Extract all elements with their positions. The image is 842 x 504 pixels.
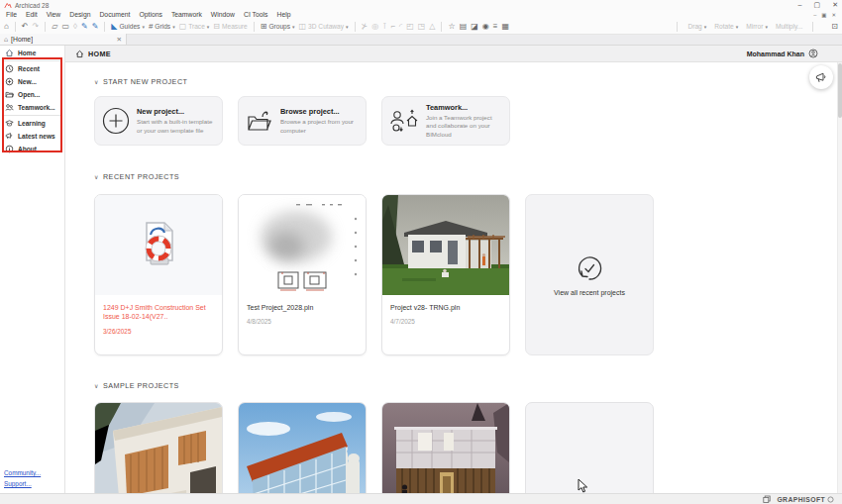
tab-home[interactable]: ⌂ [Home] ✕ — [0, 34, 127, 45]
rotate-dropdown[interactable]: Rotate▾ — [714, 23, 738, 30]
chevron-down-icon: ▾ — [142, 24, 145, 30]
community-link[interactable]: Community... — [4, 469, 41, 476]
sample-project-card[interactable] — [238, 402, 367, 493]
marquee2-button[interactable]: ▭ — [61, 23, 69, 31]
home-button[interactable]: ⌂ — [4, 23, 9, 31]
support-link[interactable]: Support... — [4, 480, 41, 487]
menu-help[interactable]: Help — [276, 11, 290, 18]
teamwork-card[interactable]: Teamwork... Join a Teamwork project and … — [381, 96, 510, 146]
guides-icon: ◣ — [111, 23, 117, 31]
status-bar: GRAPHISOFT — [0, 493, 842, 504]
tab-close-icon[interactable]: ✕ — [117, 36, 122, 44]
guides-dropdown[interactable]: ◣Guides▾ — [111, 23, 145, 31]
chevron-down-icon: ▾ — [704, 24, 707, 30]
pick-up-parameters-button[interactable]: ✎ — [81, 23, 88, 31]
undo-button[interactable]: ↶ — [22, 23, 29, 31]
stretch-icon: ◰ — [406, 23, 414, 31]
folder-open-icon — [5, 90, 14, 99]
elevate-button[interactable]: △ — [429, 23, 435, 31]
sidebar-item-recent[interactable]: Recent — [0, 62, 64, 75]
announcements-button[interactable] — [809, 65, 833, 89]
menu-window[interactable]: Window — [211, 11, 235, 18]
browse-project-card[interactable]: Browse project... Browse a project from … — [238, 96, 367, 146]
stretch-button[interactable]: ◰ — [406, 23, 414, 31]
cutaway-dropdown[interactable]: ◫3D Cutaway▾ — [299, 23, 349, 31]
office-building-thumbnail — [239, 403, 366, 493]
minimize-button[interactable]: – — [798, 2, 802, 8]
grids-dropdown[interactable]: #Grids▾ — [149, 23, 175, 31]
mdi-close-button[interactable]: ✕ — [831, 12, 836, 18]
favorites-button[interactable]: ☆ — [448, 23, 455, 31]
megaphone-icon — [815, 72, 827, 83]
sidebar-item-teamwork[interactable]: Teamwork... — [0, 101, 64, 114]
teamwork-bimcloud-icon — [389, 107, 419, 135]
panel-toggle-button[interactable]: ⊡ — [831, 23, 838, 31]
multiply-button[interactable]: Multiply... — [776, 23, 802, 30]
sample-project-card[interactable] — [525, 402, 654, 493]
menu-ci-tools[interactable]: CI Tools — [244, 11, 267, 18]
box-stretch-button[interactable]: ◳ — [418, 23, 426, 31]
camera-button[interactable]: ◉ — [482, 23, 489, 31]
new-project-card[interactable]: New project... Start with a built-in tem… — [94, 96, 223, 146]
corner-button[interactable]: ⌐ — [390, 23, 395, 31]
section-sample-projects[interactable]: ∨ SAMPLE PROJECTS — [94, 381, 842, 390]
folder-arrow-icon — [246, 108, 273, 134]
mdi-minimize-button[interactable]: – — [813, 12, 816, 18]
menu-edit[interactable]: Edit — [26, 11, 38, 18]
recent-project-card[interactable]: Project v28- TRNG.pln 4/7/2025 — [381, 194, 510, 355]
menu-view[interactable]: View — [47, 11, 61, 18]
redo-button[interactable]: ↷ — [33, 23, 40, 31]
recent-project-card[interactable]: Test Project_2028.pln 4/8/2025 — [238, 194, 367, 355]
menu-teamwork[interactable]: Teamwork — [171, 11, 202, 18]
sidebar-item-open[interactable]: Open... — [0, 88, 64, 101]
trace-icon: ▢ — [179, 23, 187, 31]
eraser-button[interactable]: ◊ — [73, 23, 77, 31]
library-button[interactable]: ▤ — [460, 23, 468, 31]
trace-dropdown[interactable]: ▢Trace▾ — [179, 23, 210, 31]
plus-circle-icon — [5, 77, 14, 86]
section-recent-projects[interactable]: ∨ RECENT PROJECTS — [94, 172, 842, 181]
eraser-icon: ◊ — [73, 23, 77, 31]
menu-document[interactable]: Document — [99, 11, 130, 18]
sidebar-item-about[interactable]: About — [0, 143, 64, 155]
marquee-button[interactable]: ▱ — [52, 23, 57, 31]
restore-window-icon[interactable] — [763, 495, 771, 503]
inject-parameters-button[interactable]: ✎ — [92, 23, 99, 31]
sidebar-item-home[interactable]: Home — [0, 47, 64, 59]
image-button[interactable]: ◪ — [471, 23, 478, 31]
groups-dropdown[interactable]: ⊞Groups▾ — [261, 23, 295, 31]
sidebar-item-new[interactable]: New... — [0, 75, 64, 88]
mirror-dropdown[interactable]: Mirror▾ — [746, 23, 768, 30]
zoom-tool-button[interactable]: ◎ — [371, 23, 378, 31]
menu-file[interactable]: File — [6, 11, 17, 18]
mdi-restore-button[interactable]: ▣ — [821, 12, 826, 18]
split-button[interactable]: ⊁ — [362, 23, 368, 31]
user-account[interactable]: Mohammad Khan — [747, 49, 818, 58]
layers-button[interactable]: ≡ — [493, 23, 498, 31]
toolbar: ⌂ ↶ ↷ ▱ ▭ ◊ ✎ ✎ ◣Guides▾ #Grids▾ ▢Trace▾… — [0, 19, 842, 35]
dusk-house-thumbnail — [382, 403, 509, 493]
drag-dropdown[interactable]: Drag▾ — [687, 23, 706, 30]
menu-design[interactable]: Design — [69, 11, 90, 18]
fillet-button[interactable]: ◜ — [399, 23, 402, 31]
section-start-new-project[interactable]: ∨ START NEW PROJECT — [94, 77, 842, 86]
menu-options[interactable]: Options — [139, 11, 161, 18]
zoom-icon: ◎ — [371, 23, 378, 31]
home-screen: HOME Mohammad Khan ∨ START NEW PROJECT N — [65, 46, 842, 493]
graphisoft-brand[interactable]: GRAPHISOFT — [777, 496, 834, 503]
vertical-scrollbar[interactable] — [837, 62, 842, 493]
sample-project-card[interactable] — [381, 402, 510, 493]
adjust-button[interactable]: ⊺ — [382, 23, 386, 31]
sample-project-card[interactable] — [94, 402, 223, 493]
close-button[interactable]: ✕ — [832, 2, 838, 8]
backup-file-thumbnail — [95, 195, 222, 295]
schedule-button[interactable]: ▦ — [501, 23, 509, 31]
measure-button[interactable]: ⊟Measure — [213, 23, 247, 31]
scrollbar-thumb[interactable] — [838, 63, 842, 118]
sidebar-item-learning[interactable]: Learning — [0, 117, 64, 130]
recent-project-card[interactable]: 1249 D+J Smith Construction Set Issue 18… — [94, 194, 223, 355]
view-all-recent-projects-card[interactable]: View all recent projects — [525, 194, 654, 355]
maximize-button[interactable]: ▢ — [814, 2, 821, 8]
sidebar-item-latest-news[interactable]: Latest news — [0, 130, 64, 143]
chevron-down-icon: ▾ — [172, 24, 175, 30]
